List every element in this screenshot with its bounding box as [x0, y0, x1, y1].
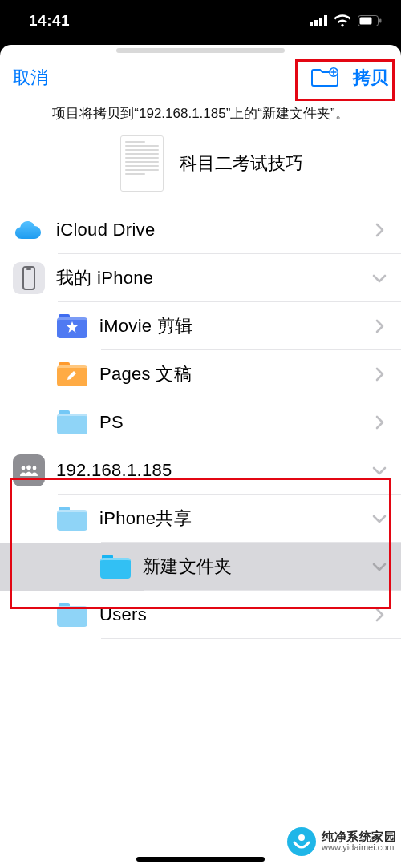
signal-icon — [310, 15, 327, 26]
location-list: iCloud Drive 我的 iPhone iMovie 剪辑 — [0, 206, 401, 639]
chevron-down-icon — [369, 563, 390, 571]
destination-subtitle: 项目将拷贝到“192.168.1.185”上的“新建文件夹”。 — [0, 99, 401, 131]
status-right — [310, 14, 382, 27]
star-icon — [66, 321, 79, 333]
list-item-new-folder[interactable]: 新建文件夹 — [0, 543, 401, 591]
list-item-label: PS — [99, 412, 369, 433]
list-item-label: iMovie 剪辑 — [99, 314, 369, 338]
home-indicator[interactable] — [136, 857, 265, 862]
folder-icon — [56, 358, 88, 390]
iphone-device-icon — [13, 262, 45, 294]
watermark-logo-icon — [286, 826, 317, 857]
chevron-right-icon — [369, 415, 390, 430]
list-item-server[interactable]: 192.168.1.185 — [0, 446, 401, 495]
list-item-label: 我的 iPhone — [56, 266, 369, 290]
svg-point-12 — [33, 466, 37, 470]
chevron-right-icon — [369, 319, 390, 333]
svg-rect-1 — [314, 20, 318, 26]
list-item-iphone-share[interactable]: iPhone共享 — [0, 495, 401, 543]
folder-icon — [56, 310, 88, 342]
folder-icon — [56, 503, 88, 535]
watermark-url: www.yidaimei.com — [322, 843, 396, 853]
list-item-my-iphone[interactable]: 我的 iPhone — [0, 254, 401, 302]
pencil-icon — [66, 369, 79, 382]
chevron-right-icon — [369, 223, 390, 237]
list-item-label: Pages 文稿 — [99, 362, 369, 386]
list-item-label: 192.168.1.185 — [56, 460, 369, 481]
folder-icon — [56, 406, 88, 438]
svg-rect-5 — [360, 18, 372, 25]
watermark: 纯净系统家园 www.yidaimei.com — [286, 826, 396, 857]
list-item-label: Users — [99, 604, 369, 625]
copy-button[interactable]: 拷贝 — [353, 66, 388, 90]
chevron-down-icon — [369, 466, 390, 475]
status-bar: 14:41 — [0, 0, 401, 42]
file-picker-sheet: 取消 拷贝 项目将拷贝到“192.168.1.185”上的“新建文件夹”。 科目… — [0, 45, 401, 868]
status-time: 14:41 — [29, 12, 70, 30]
svg-point-14 — [298, 834, 305, 841]
svg-point-11 — [26, 465, 31, 470]
folder-icon — [56, 599, 88, 631]
svg-marker-9 — [67, 321, 78, 333]
svg-rect-2 — [319, 18, 322, 26]
watermark-title: 纯净系统家园 — [322, 830, 396, 843]
svg-point-13 — [287, 827, 316, 856]
document-title: 科目二考试技巧 — [180, 151, 303, 176]
folder-icon — [99, 551, 132, 583]
list-item-icloud[interactable]: iCloud Drive — [0, 206, 401, 254]
list-item-label: iCloud Drive — [56, 220, 369, 240]
list-item-pages[interactable]: Pages 文稿 — [0, 350, 401, 398]
svg-rect-6 — [379, 19, 382, 23]
document-thumbnail-icon — [120, 135, 164, 192]
wifi-icon — [334, 14, 351, 27]
new-folder-button[interactable] — [311, 67, 338, 88]
chevron-right-icon — [369, 367, 390, 382]
chevron-down-icon — [369, 274, 390, 283]
svg-rect-3 — [324, 15, 327, 26]
list-item-label: 新建文件夹 — [143, 555, 369, 579]
icloud-icon — [13, 214, 45, 246]
list-item-imovie[interactable]: iMovie 剪辑 — [0, 302, 401, 350]
nav-bar: 取消 拷贝 — [0, 45, 401, 99]
list-item-ps[interactable]: PS — [0, 398, 401, 446]
battery-icon — [358, 15, 382, 26]
folder-plus-icon — [311, 67, 338, 88]
item-preview: 科目二考试技巧 — [0, 131, 401, 206]
svg-rect-0 — [310, 22, 313, 26]
cancel-button[interactable]: 取消 — [13, 66, 48, 90]
list-item-label: iPhone共享 — [99, 507, 369, 531]
shared-server-icon — [13, 454, 45, 486]
chevron-down-icon — [369, 515, 390, 523]
svg-point-10 — [22, 466, 26, 470]
list-item-users[interactable]: Users — [0, 591, 401, 639]
chevron-right-icon — [369, 608, 390, 622]
